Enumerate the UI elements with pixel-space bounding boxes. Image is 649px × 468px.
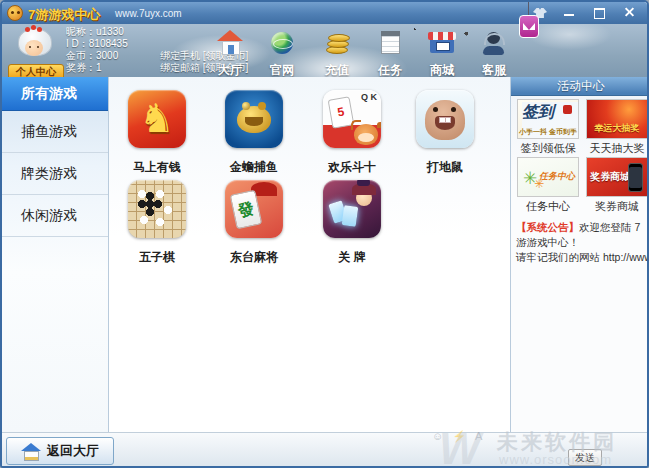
house-icon <box>21 443 41 460</box>
footer-bar: 返回大厅 <box>2 432 647 467</box>
gomoku-board-game-icon <box>128 180 186 238</box>
user-tickets-row: 奖券：1 <box>66 62 128 74</box>
game-name: 马上有钱 <box>117 159 197 176</box>
game-huanledoushi[interactable]: Q K 5 欢乐斗十 <box>312 90 392 176</box>
signin-slogan: 小手一抖 金币到手 <box>518 127 578 137</box>
toolbar-recharge[interactable]: 充值 <box>310 30 364 79</box>
activity-panel: 活动中心 签到 小手一抖 金币到手 奖 幸运大抽奖 ✳ ✳ 任务中心 奖券商城 … <box>510 77 649 432</box>
notepad-icon <box>376 30 404 56</box>
ticket-mall-text: 奖券商城 <box>590 170 630 184</box>
user-info: 昵称：u1330 I D：8108435 金币：3000 奖券：1 <box>66 26 128 74</box>
lightning-icon: ⚡ <box>452 430 466 443</box>
sidebar-item-casual-games[interactable]: 休闲游戏 <box>2 195 108 237</box>
banner-task-center[interactable]: ✳ ✳ 任务中心 <box>517 157 579 197</box>
user-nickname-row: 昵称：u1330 <box>66 26 128 38</box>
banner-label-ticket-mall[interactable]: 奖券商城 <box>586 199 648 214</box>
sidebar-item-fishing-games[interactable]: 捕鱼游戏 <box>2 111 108 153</box>
banner-ticket-mall[interactable]: 奖券商城 <box>586 157 648 197</box>
app-logo-icon <box>7 5 23 21</box>
golden-toad-game-icon <box>225 90 283 148</box>
activity-panel-title: 活动中心 <box>511 77 649 96</box>
hanging-gift-icon[interactable] <box>518 2 540 42</box>
header: 个人中心 昵称：u1330 I D：8108435 金币：3000 奖券：1 绑… <box>2 24 647 77</box>
banner-label-task-center[interactable]: 任务中心 <box>517 199 579 214</box>
banner-lucky-draw[interactable]: 奖 幸运大抽奖 <box>586 99 648 139</box>
tickets-value: 1 <box>96 62 102 73</box>
faint-chat-icons: ☺ ⚡ A <box>432 430 502 443</box>
game-guanpai[interactable]: 关 牌 <box>312 180 392 266</box>
toolbar-support[interactable]: 客服 <box>467 30 521 79</box>
task-center-text: 任务中心 <box>539 170 575 183</box>
banner-label-signin[interactable]: 签到领低保 <box>517 141 579 156</box>
send-button[interactable]: 发送 <box>568 449 602 466</box>
mahjong-fa-tile: 發 <box>230 190 263 230</box>
game-name: 关 牌 <box>312 249 392 266</box>
toolbar-tasks[interactable]: 任务 <box>363 30 417 79</box>
back-to-lobby-button[interactable]: 返回大厅 <box>6 437 114 465</box>
lobby-house-icon <box>216 30 244 56</box>
game-center-window: 7游游戏中心 www.7uyx.com 个人中心 昵称：u1330 I D：81… <box>0 0 649 468</box>
emoticon-icon: ☺ <box>432 430 443 443</box>
game-name: 东台麻将 <box>214 249 294 266</box>
coins-label: 金币： <box>66 50 96 61</box>
storefront-icon <box>428 30 456 56</box>
mahjong-tile-game-icon: 發 <box>225 180 283 238</box>
game-dongtai-mahjong[interactable]: 發 东台麻将 <box>214 180 294 266</box>
toolbar-lobby[interactable]: 大厅 <box>203 30 257 79</box>
game-wuziqi[interactable]: 五子棋 <box>117 180 197 266</box>
globe-icon <box>268 30 296 56</box>
toolbar-official-site[interactable]: 官网 <box>255 30 309 79</box>
game-mashangyouqian[interactable]: ♞ 马上有钱 <box>117 90 197 176</box>
toolbar-mall[interactable]: 商城 <box>415 30 469 79</box>
window-controls <box>529 5 641 20</box>
close-button[interactable] <box>619 5 641 20</box>
game-dadishu[interactable]: 打地鼠 <box>405 90 485 176</box>
coins-value: 3000 <box>96 50 118 61</box>
tickets-label: 奖券： <box>66 62 96 73</box>
nickname-label: 昵称： <box>66 26 96 37</box>
game-name: 打地鼠 <box>405 159 485 176</box>
window-title: 7游游戏中心 <box>28 6 100 24</box>
bull-icon <box>354 124 378 145</box>
customer-service-icon <box>480 30 508 56</box>
game-name: 欢乐斗十 <box>312 159 392 176</box>
card-corner-letters: Q K <box>361 92 377 102</box>
id-label: I D： <box>66 38 89 49</box>
game-name: 金蟾捕鱼 <box>214 159 294 176</box>
font-icon: A <box>475 430 482 443</box>
game-name: 五子棋 <box>117 249 197 266</box>
cards-bull-game-icon: Q K 5 <box>323 90 381 148</box>
user-coins-row: 金币：3000 <box>66 50 128 62</box>
announcement-line2: 请牢记我们的网站 http://www.7uyx.com <box>516 250 648 265</box>
banner-signin[interactable]: 签到 小手一抖 金币到手 <box>517 99 579 139</box>
user-id-row: I D：8108435 <box>66 38 128 50</box>
sidebar-item-card-games[interactable]: 牌类游戏 <box>2 153 108 195</box>
sidebar-item-all-games[interactable]: 所有游戏 <box>2 77 108 111</box>
banner-label-lucky-draw[interactable]: 天天抽大奖 <box>586 141 648 156</box>
maximize-button[interactable] <box>589 5 611 20</box>
minimize-button[interactable] <box>559 5 581 20</box>
lucky-draw-text: 幸运大抽奖 <box>587 122 647 135</box>
nickname-value: u1330 <box>96 26 124 37</box>
titlebar-url: www.7uyx.com <box>115 8 182 19</box>
lady-cards-game-icon <box>323 180 381 238</box>
titlebar: 7游游戏中心 www.7uyx.com <box>2 2 647 24</box>
back-to-lobby-label: 返回大厅 <box>47 442 99 460</box>
announcement-tag: 【系统公告】 <box>516 221 579 233</box>
coins-icon <box>323 30 351 56</box>
golden-horse-game-icon: ♞ <box>128 90 186 148</box>
mole-game-icon <box>416 90 474 148</box>
system-announcement: 【系统公告】欢迎您登陆 7游游戏中心！ 请牢记我们的网站 http://www.… <box>516 220 648 265</box>
sidebar: 所有游戏 捕鱼游戏 牌类游戏 休闲游戏 <box>2 77 109 432</box>
user-avatar[interactable] <box>16 26 52 62</box>
avatar-face-icon <box>25 40 43 56</box>
game-grid: ♞ 马上有钱 金蟾捕鱼 Q K 5 欢乐斗十 打地鼠 五子棋 發 东台麻将 <box>109 77 510 432</box>
id-value: 8108435 <box>89 38 128 49</box>
game-jinchanbuyu[interactable]: 金蟾捕鱼 <box>214 90 294 176</box>
